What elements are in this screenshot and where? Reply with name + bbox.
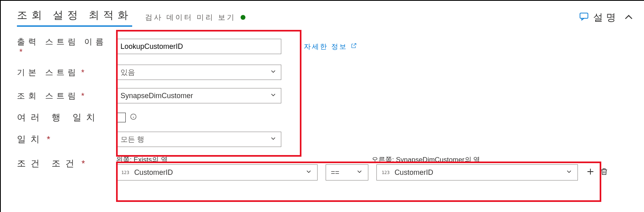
chevron-down-icon — [270, 91, 277, 101]
type-badge: 123 — [121, 170, 129, 175]
chevron-down-icon — [356, 168, 363, 177]
match-on-dropdown[interactable]: 모든 행 — [116, 132, 281, 147]
info-icon[interactable] — [130, 113, 137, 122]
collapse-chevron-up-icon[interactable] — [623, 12, 634, 23]
condition-left-header: 왼쪽: Exists의 열 — [116, 155, 321, 164]
external-link-icon — [351, 42, 357, 51]
primary-stream-value: 있음 — [120, 67, 135, 77]
multi-row-match-checkbox[interactable] — [116, 113, 126, 122]
condition-left-column-dropdown[interactable]: 123 CustomerID — [116, 164, 318, 181]
chevron-down-icon — [270, 135, 277, 144]
label-match: 일치* — [17, 133, 110, 145]
learn-more-label: 자세한 정보 — [304, 42, 347, 51]
label-multi-row-match: 여러 행 일치 — [17, 111, 110, 124]
comment-label[interactable]: 설명 — [593, 11, 619, 24]
label-output-stream: 출력 스트림 이름* — [17, 36, 110, 57]
primary-stream-dropdown[interactable]: 있음 — [116, 65, 281, 80]
comment-icon[interactable] — [579, 11, 589, 23]
label-conditions: 조건 조건* — [17, 155, 110, 170]
output-stream-name-input[interactable] — [116, 39, 281, 54]
condition-right-header: 오른쪽: SynapseDimCustomer의 열 — [372, 155, 480, 164]
label-lookup-stream: 조회 스트림* — [17, 90, 110, 101]
label-primary-stream: 기본 스트림* — [17, 67, 110, 78]
svg-rect-0 — [580, 13, 588, 18]
chevron-down-icon — [270, 68, 277, 77]
tab-lookup-settings[interactable]: 조회 설정 최적화 — [17, 8, 132, 27]
learn-more-link[interactable]: 자세한 정보 — [304, 42, 357, 51]
status-dot — [241, 15, 245, 20]
condition-right-column-dropdown[interactable]: 123 CustomerID — [376, 164, 578, 181]
condition-operator-value: == — [331, 168, 339, 177]
type-badge: 123 — [382, 170, 390, 175]
condition-right-value: CustomerID — [395, 168, 433, 177]
delete-condition-button[interactable] — [600, 167, 609, 178]
match-value: 모든 행 — [120, 134, 144, 144]
lookup-stream-dropdown[interactable]: SynapseDimCustomer — [116, 88, 281, 103]
chevron-down-icon — [565, 168, 573, 177]
add-condition-button[interactable] — [586, 167, 595, 178]
chevron-down-icon — [305, 168, 312, 177]
condition-operator-dropdown[interactable]: == — [326, 164, 368, 181]
lookup-stream-value: SynapseDimCustomer — [120, 92, 193, 100]
condition-left-value: CustomerID — [134, 168, 173, 177]
tab-data-preview-label: 검사 데이터 미리 보기 — [145, 13, 236, 22]
tab-data-preview[interactable]: 검사 데이터 미리 보기 — [145, 13, 245, 22]
